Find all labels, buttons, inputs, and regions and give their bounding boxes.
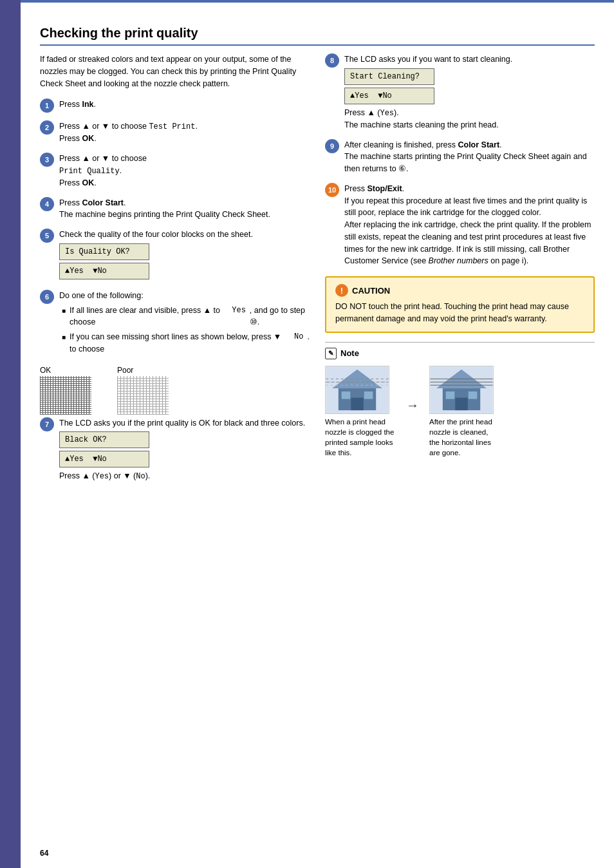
step-2-mono: Test Print (149, 122, 195, 131)
step-6-bullets: If all lines are clear and visible, pres… (59, 305, 310, 355)
step-1: 1 Press Ink. (40, 99, 310, 113)
top-border (21, 0, 614, 3)
step-8-number: 8 (325, 53, 339, 68)
svg-rect-12 (455, 397, 467, 410)
step-9-bold: Color Start (458, 140, 499, 149)
svg-rect-13 (446, 391, 455, 399)
note-image-right-pair: After the print head nozzle is cleaned, … (429, 366, 500, 458)
page-number: 64 (40, 849, 48, 858)
step-8-content: The LCD asks you if you want to start cl… (344, 53, 595, 131)
step-10-number: 10 (325, 183, 339, 197)
step-1-number: 1 (40, 99, 54, 113)
step-8-yes: Yes (380, 109, 394, 118)
poor-label: Poor (117, 366, 169, 375)
step-2-number: 2 (40, 120, 54, 135)
step-4-number: 4 (40, 197, 54, 211)
step-5-lcd1: Is Quality OK? (59, 243, 149, 260)
caution-title: CAUTION (352, 286, 390, 296)
step-3-mono: Print Quality (59, 167, 120, 176)
caution-icon: ! (335, 284, 348, 297)
step-7-lcd2: ▲Yes ▼No (59, 451, 149, 467)
step-7-yes: Yes (95, 472, 109, 481)
left-sidebar (0, 0, 21, 868)
step-7-number: 7 (40, 417, 54, 431)
caution-box: ! CAUTION DO NOT touch the print head. T… (325, 276, 595, 333)
ok-poor-row: OK Poor (40, 366, 310, 415)
step-3: 3 Press ▲ or ▼ to choose Print Quality. … (40, 153, 310, 189)
step-5: 5 Check the quality of the four color bl… (40, 229, 310, 282)
svg-rect-4 (342, 391, 351, 399)
step-4-bold: Color Start (82, 198, 124, 207)
note-icon: ✎ (325, 348, 337, 359)
poor-pattern (117, 376, 169, 415)
step-6-number: 6 (40, 290, 54, 304)
step-2: 2 Press ▲ or ▼ to choose Test Print. Pre… (40, 120, 310, 145)
caution-text: DO NOT touch the print head. Touching th… (335, 301, 584, 325)
step-6-bullet-1: If all lines are clear and visible, pres… (62, 305, 310, 329)
step-8-lcd2: ▲Yes ▼No (344, 88, 434, 104)
note-caption-right: After the print head nozzle is cleaned, … (429, 417, 500, 458)
house-clogged-image (325, 366, 389, 414)
step-1-content: Press Ink. (59, 99, 310, 111)
step-2-content: Press ▲ or ▼ to choose Test Print. Press… (59, 120, 310, 145)
step-10-italic: Brother numbers (429, 256, 488, 265)
step-3-ok: OK (82, 178, 94, 187)
step-9-content: After cleaning is finished, press Color … (344, 139, 595, 175)
right-column: 8 The LCD asks you if you want to start … (325, 53, 595, 490)
step-10: 10 Press Stop/Exit. If you repeat this p… (325, 183, 595, 267)
note-box: ✎ Note (325, 342, 595, 458)
poor-col: Poor (117, 366, 169, 415)
step-6-content: Do one of the following: If all lines ar… (59, 290, 310, 358)
left-column: If faded or streaked colors and text app… (40, 53, 310, 490)
ok-label: OK (40, 366, 91, 375)
ok-pattern (40, 376, 91, 415)
step-5-lcd2: ▲Yes ▼No (59, 263, 149, 279)
step-3-number: 3 (40, 153, 54, 167)
intro-text: If faded or streaked colors and text app… (40, 53, 310, 90)
step-1-bold: Ink (82, 100, 93, 109)
step-6-bullet-2: If you can see missing short lines as sh… (62, 331, 310, 355)
caution-header: ! CAUTION (335, 284, 584, 297)
step-8-lcd1: Start Cleaning? (344, 68, 434, 85)
step-7-no: No (136, 472, 145, 481)
step-8: 8 The LCD asks you if you want to start … (325, 53, 595, 131)
svg-rect-5 (364, 391, 373, 399)
step-3-content: Press ▲ or ▼ to choose Print Quality. Pr… (59, 153, 310, 189)
arrow-connector: → (406, 398, 419, 413)
step-10-bold: Stop/Exit (367, 184, 402, 193)
house-cleaned-image (429, 366, 494, 414)
step-9: 9 After cleaning is finished, press Colo… (325, 139, 595, 175)
step-7: 7 The LCD asks you if the print quality … (40, 417, 310, 483)
step-4: 4 Press Color Start. The machine begins … (40, 197, 310, 222)
note-caption-left: When a print head nozzle is clogged the … (325, 417, 396, 458)
note-header: ✎ Note (325, 348, 595, 359)
svg-rect-14 (469, 391, 478, 399)
step-4-content: Press Color Start. The machine begins pr… (59, 197, 310, 222)
step-7-lcd1: Black OK? (59, 431, 149, 448)
step-5-number: 5 (40, 229, 54, 243)
note-images: When a print head nozzle is clogged the … (325, 366, 595, 458)
step-7-content: The LCD asks you if the print quality is… (59, 417, 310, 483)
step-6: 6 Do one of the following: If all lines … (40, 290, 310, 358)
ok-col: OK (40, 366, 91, 415)
svg-rect-3 (351, 397, 363, 410)
section-title: Checking the print quality (40, 26, 595, 46)
note-image-left-pair: When a print head nozzle is clogged the … (325, 366, 396, 458)
step-2-ok: OK (82, 134, 94, 143)
step-10-content: Press Stop/Exit. If you repeat this proc… (344, 183, 595, 267)
step-5-content: Check the quality of the four color bloc… (59, 229, 310, 282)
step-9-number: 9 (325, 139, 339, 153)
note-title: Note (340, 348, 359, 358)
